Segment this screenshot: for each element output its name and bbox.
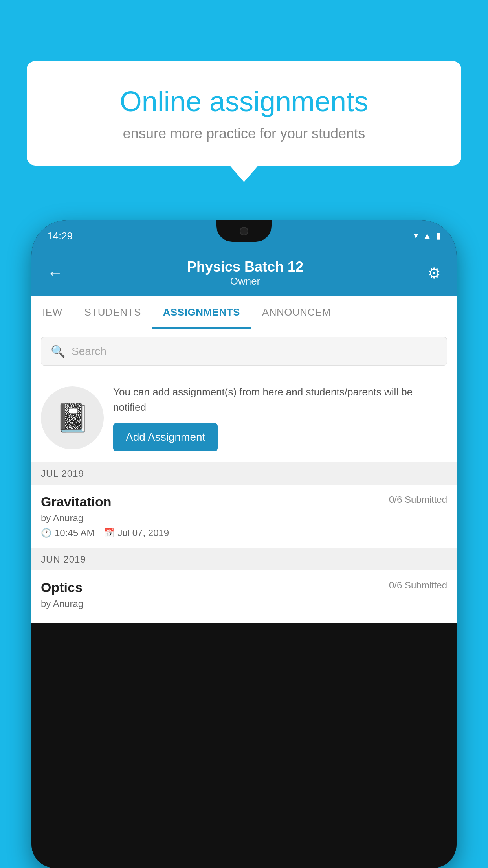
month-header-jul: JUL 2019 [31,463,457,485]
settings-icon[interactable]: ⚙ [427,265,441,282]
phone-notch [216,220,272,242]
main-title: Online assignments [54,85,434,118]
assignment-item-top: Gravitation 0/6 Submitted [41,494,447,509]
promo-section: 📓 You can add assignment(s) from here an… [31,373,457,463]
header-subtitle: Owner [63,275,427,287]
tab-announcements[interactable]: ANNOUNCEM [251,296,342,329]
sub-title: ensure more practice for your students [54,125,434,142]
assignment-name: Gravitation [41,494,111,509]
search-placeholder: Search [72,345,106,358]
month-header-jun: JUN 2019 [31,548,457,570]
phone-content: 🔍 Search 📓 You can add assignment(s) fro… [31,329,457,623]
back-button[interactable]: ← [47,264,63,282]
assignment-submitted-optics: 0/6 Submitted [389,580,447,591]
wifi-icon: ▾ [414,231,418,241]
assignment-by-optics: by Anurag [41,598,447,609]
assignment-item-optics[interactable]: Optics 0/6 Submitted by Anurag [31,570,457,623]
search-container: 🔍 Search [31,329,457,373]
app-header: ← Physics Batch 12 Owner ⚙ [31,252,457,296]
signal-icon: ▲ [423,231,431,241]
tab-iew[interactable]: IEW [31,296,73,329]
status-bar: 14:29 ▾ ▲ ▮ [31,220,457,252]
promo-description: You can add assignment(s) from here and … [113,384,447,415]
header-center: Physics Batch 12 Owner [63,259,427,287]
meta-time: 🕐 10:45 AM [41,528,94,539]
tab-assignments[interactable]: ASSIGNMENTS [152,296,251,329]
calendar-icon: 📅 [104,528,114,538]
notebook-icon: 📓 [55,402,90,434]
tabs-container: IEW STUDENTS ASSIGNMENTS ANNOUNCEM [31,296,457,329]
assignment-time: 10:45 AM [55,528,94,539]
header-title: Physics Batch 12 [63,259,427,275]
front-camera [240,227,248,235]
assignment-item-top-optics: Optics 0/6 Submitted [41,580,447,595]
assignment-submitted: 0/6 Submitted [389,494,447,505]
status-icons: ▾ ▲ ▮ [414,231,441,241]
status-time: 14:29 [47,230,73,242]
phone-frame: 14:29 ▾ ▲ ▮ ← Physics Batch 12 Owner ⚙ I… [31,220,457,868]
speech-bubble: Online assignments ensure more practice … [27,61,461,166]
meta-date: 📅 Jul 07, 2019 [104,528,169,539]
clock-icon: 🕐 [41,528,51,538]
assignment-by: by Anurag [41,513,447,524]
search-bar[interactable]: 🔍 Search [41,337,447,366]
assignment-name-optics: Optics [41,580,83,595]
promo-text-section: You can add assignment(s) from here and … [113,384,447,451]
assignment-meta: 🕐 10:45 AM 📅 Jul 07, 2019 [41,528,447,539]
assignment-date: Jul 07, 2019 [117,528,169,539]
promo-icon-circle: 📓 [41,386,104,449]
tab-students[interactable]: STUDENTS [73,296,152,329]
assignment-item-gravitation[interactable]: Gravitation 0/6 Submitted by Anurag 🕐 10… [31,485,457,548]
add-assignment-button[interactable]: Add Assignment [113,423,218,451]
promo-card: Online assignments ensure more practice … [27,61,461,166]
search-icon: 🔍 [51,344,65,358]
battery-icon: ▮ [436,231,441,241]
